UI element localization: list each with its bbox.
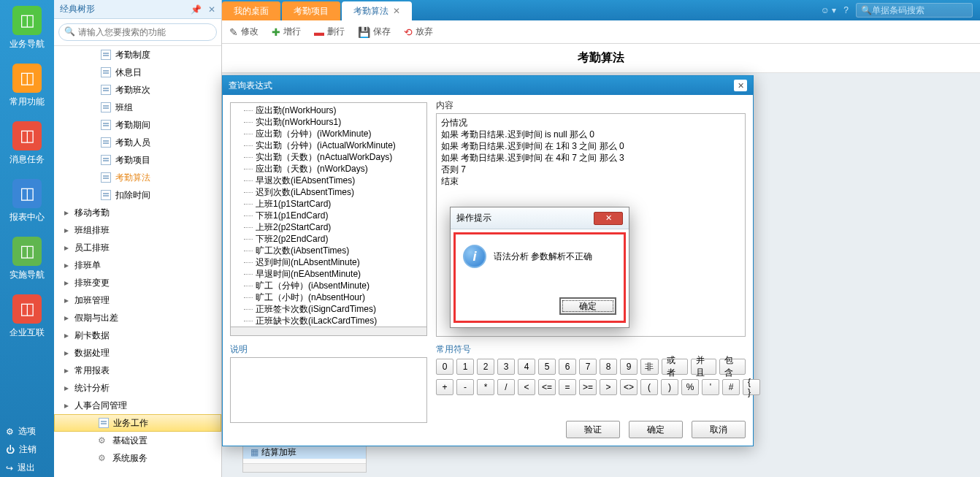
nav-footer-item[interactable]: ⚙选项 bbox=[0, 422, 54, 440]
symbol-button[interactable]: >= bbox=[579, 379, 597, 395]
dialog-titlebar[interactable]: 查询表达式 ✕ bbox=[223, 76, 753, 95]
expression-item[interactable]: 迟到次数(iLAbsentTimes) bbox=[256, 186, 426, 198]
expression-item[interactable]: 迟到时间(nLAbsentMinute) bbox=[256, 256, 426, 268]
nav-item[interactable]: ◫业务导航 bbox=[0, 0, 54, 58]
nav-footer-item[interactable]: ↪退出 bbox=[0, 459, 54, 477]
symbol-button[interactable]: 4 bbox=[518, 359, 535, 375]
discard-button[interactable]: ⟲放弃 bbox=[404, 26, 433, 38]
tree-folder[interactable]: 排班单 bbox=[54, 256, 221, 274]
symbol-button[interactable]: 9 bbox=[620, 359, 638, 375]
expression-item[interactable]: 正班缺卡次数(iLackCardTimes) bbox=[256, 315, 426, 327]
alert-titlebar[interactable]: 操作提示 ✕ bbox=[451, 207, 629, 229]
tree-search-input[interactable] bbox=[58, 23, 217, 41]
nav-footer-item[interactable]: ⏻注销 bbox=[0, 440, 54, 459]
tree-leaf[interactable]: 考勤期间 bbox=[82, 116, 221, 134]
tree-leaf[interactable]: 考勤人员 bbox=[82, 134, 221, 151]
tab[interactable]: 考勤项目 bbox=[282, 1, 340, 20]
scrollbar[interactable] bbox=[230, 327, 427, 336]
expression-item[interactable]: 上班1(p1StartCard) bbox=[256, 198, 426, 210]
symbol-button[interactable]: - bbox=[456, 379, 474, 395]
tab[interactable]: 考勤算法✕ bbox=[342, 1, 412, 20]
expression-list[interactable]: 应出勤(nWorkHours)实出勤(nWorkHours1)应出勤（分钟）(i… bbox=[230, 102, 427, 327]
symbol-button[interactable]: 1 bbox=[456, 359, 474, 375]
expression-item[interactable]: 实出勤（分钟）(iActualWorkMinute) bbox=[256, 140, 426, 151]
alert-close-button[interactable]: ✕ bbox=[594, 212, 623, 225]
expression-item[interactable]: 旷工次数(iAbsentTimes) bbox=[256, 245, 426, 256]
insert-row-button[interactable]: ✚增行 bbox=[272, 26, 301, 38]
tree-gear-item[interactable]: ⚙基础设置 bbox=[54, 432, 221, 449]
edit-button[interactable]: ✎修改 bbox=[229, 26, 259, 38]
symbol-button[interactable]: 5 bbox=[538, 359, 556, 375]
verify-button[interactable]: 验证 bbox=[566, 421, 620, 438]
symbol-button[interactable]: = bbox=[559, 379, 576, 395]
tree-highlight-item[interactable]: 业务工作 bbox=[54, 414, 221, 432]
tree-folder[interactable]: 班组排班 bbox=[54, 221, 221, 239]
expression-item[interactable]: 应出勤(nWorkHours) bbox=[256, 104, 426, 116]
alert-ok-button[interactable]: 确定 bbox=[559, 297, 616, 315]
tree-folder[interactable]: 人事合同管理 bbox=[54, 397, 221, 414]
help-icon[interactable]: ? bbox=[843, 5, 849, 15]
tree-leaf[interactable]: 扣除时间 bbox=[82, 186, 221, 204]
tree-leaf[interactable]: 考勤项目 bbox=[82, 151, 221, 169]
expression-item[interactable]: 实出勤（天数）(nActualWorkDays) bbox=[256, 151, 426, 163]
symbol-button[interactable]: 或者 bbox=[662, 359, 688, 375]
symbol-button[interactable]: 3 bbox=[497, 359, 515, 375]
cancel-button[interactable]: 取消 bbox=[692, 421, 746, 438]
expression-item[interactable]: 旷工（分钟）(iAbsentMinute) bbox=[256, 280, 426, 291]
mini-tree-item[interactable]: ▦结算加班 bbox=[243, 446, 366, 459]
symbol-button[interactable]: > bbox=[600, 379, 617, 395]
close-icon[interactable]: ✕ bbox=[208, 4, 215, 15]
symbol-button[interactable]: 7 bbox=[579, 359, 597, 375]
nav-item[interactable]: ◫常用功能 bbox=[0, 58, 54, 115]
symbol-button[interactable]: 2 bbox=[477, 359, 494, 375]
save-button[interactable]: 💾保存 bbox=[358, 26, 391, 38]
tree-leaf[interactable]: 考勤算法 bbox=[82, 169, 221, 186]
expression-item[interactable]: 早退时间(nEAbsentMinute) bbox=[256, 268, 426, 280]
symbol-button[interactable]: * bbox=[477, 379, 494, 395]
expression-item[interactable]: 正班签卡次数(iSignCardTimes) bbox=[256, 303, 426, 315]
symbol-button[interactable]: + bbox=[436, 379, 453, 395]
delete-row-button[interactable]: ▬删行 bbox=[314, 26, 345, 38]
tab[interactable]: 我的桌面 bbox=[222, 1, 280, 20]
symbol-button[interactable]: { } bbox=[743, 379, 760, 395]
tree-folder[interactable]: 员工排班 bbox=[54, 239, 221, 256]
symbol-button[interactable]: 并且 bbox=[691, 359, 717, 375]
symbol-button[interactable]: <> bbox=[620, 379, 638, 395]
nav-item[interactable]: ◫报表中心 bbox=[0, 173, 54, 231]
symbol-button[interactable]: <= bbox=[538, 379, 556, 395]
tree-gear-item[interactable]: ⚙系统服务 bbox=[54, 449, 221, 467]
nav-item[interactable]: ◫企业互联 bbox=[0, 289, 54, 346]
top-search[interactable]: 🔍 bbox=[856, 3, 973, 18]
expression-item[interactable]: 下班2(p2EndCard) bbox=[256, 233, 426, 245]
symbol-button[interactable]: 0 bbox=[436, 359, 453, 375]
nav-item[interactable]: ◫实施导航 bbox=[0, 231, 54, 289]
expression-item[interactable]: 上班2(p2StartCard) bbox=[256, 221, 426, 233]
nav-item[interactable]: ◫消息任务 bbox=[0, 115, 54, 173]
expression-item[interactable]: 应出勤（天数）(nWorkDays) bbox=[256, 163, 426, 175]
symbol-button[interactable]: ) bbox=[661, 379, 678, 395]
barcode-search-input[interactable] bbox=[872, 5, 968, 15]
tree-folder[interactable]: 移动考勤 bbox=[54, 204, 221, 221]
tree-folder[interactable]: 常用报表 bbox=[54, 362, 221, 379]
tree-folder[interactable]: 排班变更 bbox=[54, 274, 221, 291]
symbol-button[interactable]: 6 bbox=[559, 359, 576, 375]
symbol-button[interactable]: # bbox=[722, 379, 740, 395]
expression-item[interactable]: 应出勤（分钟）(iWorkMinute) bbox=[256, 128, 426, 140]
expression-item[interactable]: 下班1(p1EndCard) bbox=[256, 210, 426, 221]
dialog-close-button[interactable]: ✕ bbox=[734, 80, 747, 91]
symbol-button[interactable]: 包含 bbox=[719, 359, 746, 375]
tree-leaf[interactable]: 考勤班次 bbox=[82, 81, 221, 99]
tree-folder[interactable]: 假期与出差 bbox=[54, 309, 221, 327]
smile-icon[interactable]: ☺ ▾ bbox=[821, 5, 837, 15]
scrollbar[interactable] bbox=[243, 463, 366, 472]
tree-leaf[interactable]: 考勤制度 bbox=[82, 46, 221, 64]
expression-item[interactable]: 实出勤(nWorkHours1) bbox=[256, 116, 426, 128]
symbol-button[interactable]: / bbox=[497, 379, 515, 395]
tree-folder[interactable]: 加班管理 bbox=[54, 291, 221, 309]
symbol-button[interactable]: < bbox=[518, 379, 535, 395]
expression-item[interactable]: 旷工（小时）(nAbsentHour) bbox=[256, 291, 426, 303]
symbol-button[interactable]: 8 bbox=[600, 359, 617, 375]
symbol-button[interactable]: % bbox=[681, 379, 699, 395]
pin-icon[interactable]: 📌 bbox=[191, 4, 202, 15]
expression-item[interactable]: 早退次数(iEAbsentTimes) bbox=[256, 175, 426, 186]
